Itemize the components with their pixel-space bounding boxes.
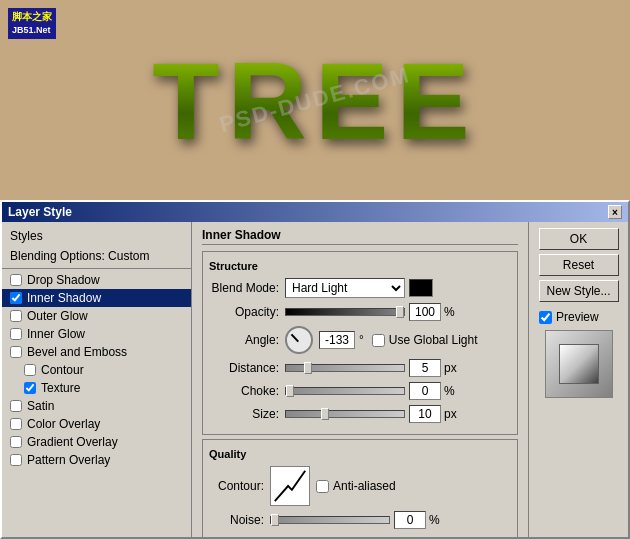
angle-dial[interactable] [285,326,313,354]
sidebar-item-pattern-overlay[interactable]: Pattern Overlay [2,451,191,469]
left-panel: Styles Blending Options: Custom Drop Sha… [2,222,192,537]
ok-button[interactable]: OK [539,228,619,250]
choke-input[interactable] [409,382,441,400]
blend-mode-row: Blend Mode: Hard Light Normal Multiply S… [209,278,511,298]
opacity-input[interactable] [409,303,441,321]
sidebar-item-outer-glow[interactable]: Outer Glow [2,307,191,325]
preview-box [545,330,613,398]
global-light-checkbox[interactable] [372,334,385,347]
sidebar-item-inner-shadow[interactable]: Inner Shadow [2,289,191,307]
blend-mode-label: Blend Mode: [209,281,279,295]
angle-label: Angle: [209,333,279,347]
opacity-label: Opacity: [209,305,279,319]
noise-input[interactable] [394,511,426,529]
anti-aliased-label: Anti-aliased [333,479,396,493]
bevel-emboss-checkbox[interactable] [10,346,22,358]
opacity-unit: % [444,305,455,319]
sidebar-item-color-overlay[interactable]: Color Overlay [2,415,191,433]
size-row: Size: px [209,405,511,423]
bevel-emboss-label: Bevel and Emboss [27,345,127,359]
satin-checkbox[interactable] [10,400,22,412]
size-slider-thumb[interactable] [321,408,329,420]
right-panel: OK Reset New Style... Preview [528,222,628,537]
gradient-overlay-checkbox[interactable] [10,436,22,448]
degree-symbol: ° [359,333,364,347]
texture-checkbox[interactable] [24,382,36,394]
layer-style-dialog: Layer Style × Styles Blending Options: C… [0,200,630,539]
separator [2,268,191,269]
quality-subtitle: Quality [209,448,511,460]
distance-unit: px [444,361,457,375]
canvas-area: 脚本之家 JB51.Net TREE PSD-DUDE.COM [0,0,630,200]
inner-shadow-label: Inner Shadow [27,291,101,305]
preview-container: Preview [539,310,599,324]
structure-section: Structure Blend Mode: Hard Light Normal … [202,251,518,435]
watermark-brand: 脚本之家 [12,10,52,24]
angle-row: Angle: ° Use Global Light [209,326,511,354]
size-slider-track[interactable] [285,410,405,418]
pattern-overlay-checkbox[interactable] [10,454,22,466]
choke-slider-track[interactable] [285,387,405,395]
close-button[interactable]: × [608,205,622,219]
contour-preview[interactable] [270,466,310,506]
opacity-slider-track[interactable] [285,308,405,316]
structure-subtitle: Structure [209,260,511,272]
outer-glow-label: Outer Glow [27,309,88,323]
reset-button[interactable]: Reset [539,254,619,276]
choke-row: Choke: % [209,382,511,400]
global-light-label: Use Global Light [389,333,478,347]
size-label: Size: [209,407,279,421]
size-input[interactable] [409,405,441,423]
angle-container: ° [285,326,368,354]
distance-label: Distance: [209,361,279,375]
inner-glow-label: Inner Glow [27,327,85,341]
opacity-row: Opacity: % [209,303,511,321]
angle-input[interactable] [319,331,355,349]
outer-glow-checkbox[interactable] [10,310,22,322]
watermark-url: JB51.Net [12,24,52,37]
sidebar-item-satin[interactable]: Satin [2,397,191,415]
pattern-overlay-label: Pattern Overlay [27,453,110,467]
preview-label: Preview [556,310,599,324]
preview-checkbox[interactable] [539,311,552,324]
opacity-slider-thumb[interactable] [396,306,404,318]
preview-inner [559,344,599,384]
blend-mode-color-swatch[interactable] [409,279,433,297]
noise-label: Noise: [209,513,264,527]
tree-text: TREE [152,37,477,164]
drop-shadow-checkbox[interactable] [10,274,22,286]
sidebar-item-blending[interactable]: Blending Options: Custom [2,246,191,266]
noise-slider-thumb[interactable] [271,514,279,526]
blend-mode-select[interactable]: Hard Light Normal Multiply Screen Overla… [285,278,405,298]
color-overlay-checkbox[interactable] [10,418,22,430]
distance-slider-track[interactable] [285,364,405,372]
noise-unit: % [429,513,440,527]
contour-checkbox[interactable] [24,364,36,376]
sidebar-item-inner-glow[interactable]: Inner Glow [2,325,191,343]
dialog-titlebar: Layer Style × [2,202,628,222]
choke-unit: % [444,384,455,398]
texture-label: Texture [41,381,80,395]
size-unit: px [444,407,457,421]
sidebar-item-gradient-overlay[interactable]: Gradient Overlay [2,433,191,451]
sidebar-item-contour[interactable]: Contour [2,361,191,379]
quality-section: Quality Contour: Anti-aliased Noise: [202,439,518,537]
drop-shadow-label: Drop Shadow [27,273,100,287]
inner-shadow-checkbox[interactable] [10,292,22,304]
inner-glow-checkbox[interactable] [10,328,22,340]
noise-slider-track[interactable] [270,516,390,524]
new-style-button[interactable]: New Style... [539,280,619,302]
sidebar-item-texture[interactable]: Texture [2,379,191,397]
anti-aliased-checkbox[interactable] [316,480,329,493]
contour-label: Contour: [209,479,264,493]
sidebar-item-drop-shadow[interactable]: Drop Shadow [2,271,191,289]
choke-label: Choke: [209,384,279,398]
distance-slider-thumb[interactable] [304,362,312,374]
satin-label: Satin [27,399,54,413]
section-title: Inner Shadow [202,228,518,245]
distance-input[interactable] [409,359,441,377]
distance-row: Distance: px [209,359,511,377]
sidebar-item-bevel-emboss[interactable]: Bevel and Emboss [2,343,191,361]
choke-slider-thumb[interactable] [286,385,294,397]
sidebar-item-styles[interactable]: Styles [2,226,191,246]
